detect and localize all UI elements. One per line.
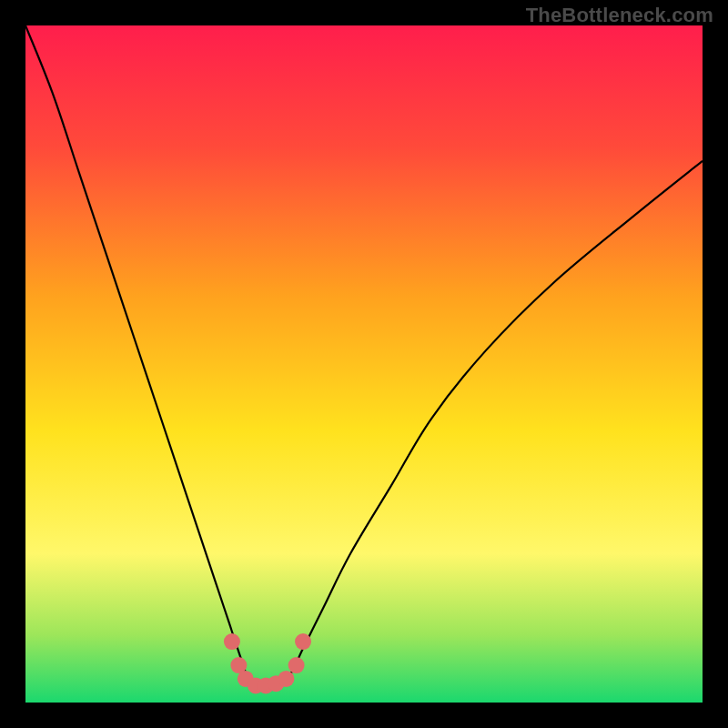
outer-black-frame: TheBottleneck.com bbox=[0, 0, 728, 728]
highlight-dot bbox=[288, 657, 305, 673]
watermark-text: TheBottleneck.com bbox=[526, 4, 713, 27]
chart-svg bbox=[25, 25, 703, 703]
plot-area bbox=[25, 25, 703, 703]
highlight-dot bbox=[295, 633, 311, 650]
gradient-background bbox=[25, 25, 703, 703]
highlight-dot bbox=[278, 671, 294, 687]
highlight-dot bbox=[224, 633, 240, 650]
